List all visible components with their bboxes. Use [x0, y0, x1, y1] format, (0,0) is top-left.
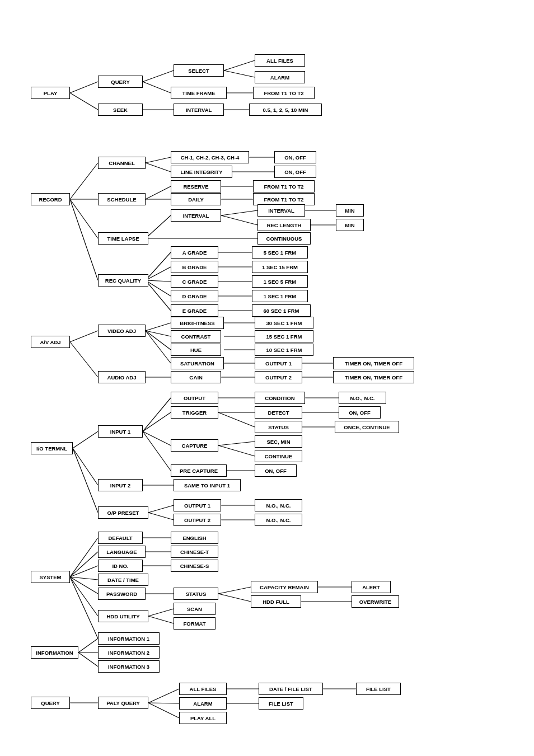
a_val-node: 5 SEC 1 FRM: [252, 246, 308, 259]
play-node: PLAY: [31, 87, 70, 99]
svg-line-68: [148, 505, 174, 513]
date_file_list-node: DATE / FILE LIST: [259, 683, 323, 695]
alarm_1-node: ALARM: [255, 71, 305, 83]
svg-line-69: [148, 513, 174, 520]
svg-line-74: [70, 566, 98, 577]
br_val-node: 30 SEC 1 FRM: [255, 317, 313, 329]
min_2-node: MIN: [336, 219, 364, 231]
svg-line-77: [70, 577, 98, 616]
output2_av-node: OUTPUT 2: [255, 371, 302, 383]
svg-line-61: [218, 412, 255, 427]
svg-line-22: [221, 210, 257, 215]
once_cont-node: ONCE, CONTINUE: [335, 421, 399, 433]
record-node: RECORD: [31, 193, 70, 205]
timer_on_off_1-node: TIMER ON, TIMER OFF: [333, 357, 414, 369]
chinese_s-node: CHINESE-S: [171, 560, 218, 572]
min_1-node: MIN: [336, 204, 364, 217]
play_query-node: PALY QUERY: [98, 697, 148, 709]
capture-node: CAPTURE: [171, 439, 218, 452]
output2_op-node: OUTPUT 2: [174, 514, 221, 526]
svg-line-88: [148, 616, 174, 623]
system-node: SYSTEM: [31, 571, 70, 583]
on_off_det-node: ON, OFF: [339, 406, 381, 419]
trigger-node: TRIGGER: [171, 406, 218, 419]
on_off_pre-node: ON, OFF: [255, 464, 297, 477]
daily-node: DAILY: [171, 193, 221, 205]
info2-node: INFORMATION 2: [98, 646, 160, 659]
information-node: INFORMATION: [31, 646, 78, 659]
chinese_t-node: CHINESE-T: [171, 546, 218, 558]
svg-line-89: [78, 638, 98, 652]
svg-line-91: [78, 652, 98, 666]
b_val-node: 1 SEC 15 FRM: [252, 261, 308, 273]
av_adj-node: A/V ADJ: [31, 336, 70, 348]
query2-node: QUERY: [31, 697, 70, 709]
info3-node: INFORMATION 3: [98, 660, 160, 673]
contrast-node: CONTRAST: [171, 330, 221, 342]
hu_val-node: 10 SEC 1 FRM: [255, 344, 313, 356]
svg-line-76: [70, 577, 98, 594]
svg-line-9: [70, 163, 98, 199]
svg-line-64: [218, 442, 255, 445]
line_int-node: LINE INTEGRITY: [171, 166, 232, 178]
no_nc_op1-node: N.O., N.C.: [255, 499, 302, 511]
from_t1_t2_3-node: FROM T1 TO T2: [253, 193, 315, 205]
svg-line-41: [146, 331, 171, 350]
svg-line-14: [146, 163, 171, 172]
a_grade-node: A GRADE: [171, 246, 218, 259]
play_all-node: PLAY ALL: [179, 712, 227, 724]
from_t1_t2_1-node: FROM T1 TO T2: [253, 87, 315, 99]
svg-line-12: [70, 199, 98, 280]
channel-node: CHANNEL: [98, 157, 146, 169]
svg-line-55: [143, 412, 171, 431]
on_off_li-node: ON, OFF: [274, 166, 316, 178]
audio_adj-node: AUDIO ADJ: [98, 371, 146, 383]
svg-line-54: [143, 398, 171, 431]
query-node: QUERY: [98, 76, 143, 88]
svg-line-31: [146, 280, 171, 311]
same_to_input1-node: SAME TO INPUT 1: [174, 479, 241, 491]
svg-line-37: [70, 331, 98, 342]
from_t1_t2_2-node: FROM T1 TO T2: [253, 180, 315, 192]
svg-line-27: [146, 252, 171, 280]
svg-line-73: [70, 552, 98, 577]
svg-line-42: [146, 331, 171, 363]
c_val-node: 1 SEC 5 FRM: [252, 275, 308, 288]
d_grade-node: D GRADE: [171, 290, 218, 302]
saturation-node: SATURATION: [171, 357, 224, 369]
output1_op-node: OUTPUT 1: [174, 499, 221, 511]
diagram: PLAYQUERYSELECTALL FILESALARMTIME FRAMEF…: [0, 0, 534, 756]
all_files_1-node: ALL FILES: [255, 54, 305, 67]
default_sys-node: DEFAULT: [98, 532, 143, 544]
svg-line-95: [148, 703, 179, 718]
schedule-node: SCHEDULE: [98, 193, 146, 205]
interval_1-node: INTERVAL: [174, 104, 224, 116]
time_frame-node: TIME FRAME: [171, 87, 227, 99]
time_lapse-node: TIME LAPSE: [98, 232, 148, 245]
svg-line-17: [146, 186, 171, 199]
select-node: SELECT: [174, 64, 224, 77]
int_values-node: 0.5, 1, 2, 5, 10 MIN: [249, 104, 322, 116]
on_off_ch-node: ON, OFF: [274, 151, 316, 163]
svg-line-57: [143, 431, 171, 471]
op_preset-node: O/P PRESET: [98, 506, 148, 519]
svg-line-87: [148, 609, 174, 616]
svg-line-21: [146, 215, 171, 238]
svg-line-75: [70, 577, 98, 580]
cap_remain-node: CAPACITY REMAIN: [251, 581, 318, 593]
timer_on_off_2-node: TIMER ON, TIMER OFF: [333, 371, 414, 383]
svg-line-3: [143, 82, 171, 93]
english-node: ENGLISH: [171, 532, 218, 544]
svg-line-39: [146, 323, 171, 331]
svg-line-28: [146, 267, 171, 280]
status_io-node: STATUS: [255, 421, 302, 433]
no_nc_1-node: N.O., N.C.: [339, 392, 386, 404]
svg-line-94: [148, 703, 179, 703]
pre_capture-node: PRE CAPTURE: [171, 464, 227, 477]
svg-line-52: [73, 448, 98, 485]
reserve-node: RESERVE: [171, 180, 221, 192]
language-node: LANGUAGE: [98, 546, 146, 558]
ch_vals-node: CH-1, CH-2, CH-3, CH-4: [171, 151, 249, 163]
svg-line-72: [70, 538, 98, 577]
d_val-node: 1 SEC 1 FRM: [252, 290, 308, 302]
